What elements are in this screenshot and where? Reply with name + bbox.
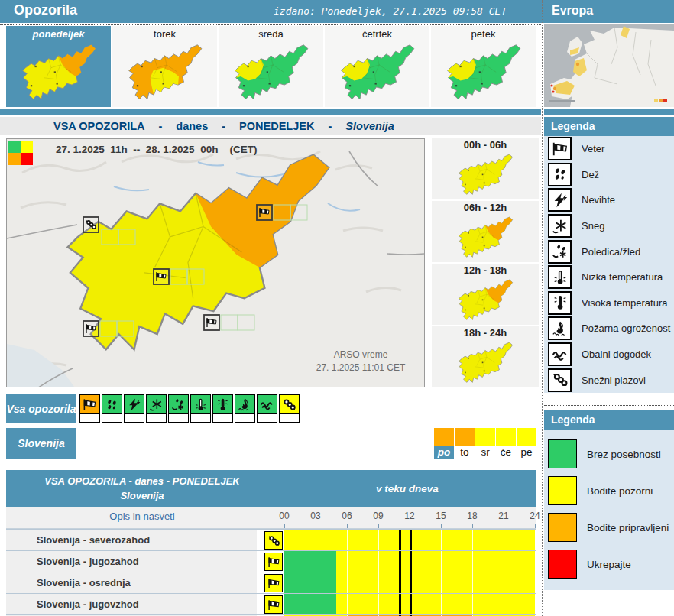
corner-legend-swatch [21,141,33,153]
hightemp-icon [548,291,572,315]
map-credit-line2: 27. 1.2025 11:01 CET [303,361,418,374]
wind-icon [264,553,283,571]
coast-icon [548,342,572,366]
corner-legend-swatch [8,141,21,153]
hour-label: 03 [307,511,324,521]
mini-day-tab-color [434,428,454,446]
wind-icon [80,395,99,414]
day-tab-sreda[interactable]: sreda [219,26,323,107]
filter-button-lowtemp[interactable] [190,394,211,423]
wind-icon [548,137,572,160]
time-panel-map [442,278,528,323]
warnings-table-title-line2: Slovenija [120,488,164,503]
color-legend-label: Bodite pozorni [587,485,653,497]
mini-day-tab-po[interactable]: po [434,428,454,459]
day-tab-label: četrtek [325,26,429,40]
gridline [441,572,442,593]
mini-day-tab-sr[interactable]: sr [475,428,495,459]
gridline [316,551,316,572]
legend-item-label: Veter [582,143,604,154]
gridline [316,530,316,550]
day-tab-četrtek[interactable]: četrtek [325,26,429,107]
legend-item-label: Požarna ogroženost [582,323,670,334]
hour-tick [441,524,442,528]
europe-warning-map[interactable] [544,24,674,107]
filter-button-aval[interactable] [279,394,300,423]
hour-label: 18 [464,511,481,521]
hour-tick [378,524,379,528]
legend-item-rain: Dež [544,162,674,188]
filter-button-wind[interactable] [79,394,100,423]
day-tab-petek[interactable]: petek [431,26,536,107]
current-time-marker [410,594,412,614]
europe-section-title: Evropa [552,4,593,18]
divider [544,405,674,406]
time-panel-06h-12h: 06h - 12h [432,201,539,262]
time-panel-label: 12h - 18h [432,264,539,276]
map-validity-text: 27. 1.2025 11h -- 28. 1.2025 00h (CET) [56,144,257,155]
day-tab-map [331,43,423,104]
region-row-label[interactable]: Slovenija - osrednja [6,572,257,593]
icon-legend-body: Veter Dež Nevihte Sneg Poledica/žled [544,136,674,393]
mini-day-tabs: po to sr če pe [434,428,536,459]
warning-segment [284,551,336,572]
region-row-label[interactable]: Slovenija - severozahod [6,530,257,550]
time-panel-00h-06h: 00h - 06h [432,138,539,199]
day-tab-map [437,43,530,104]
divider [0,24,541,25]
day-tab-ponedeljek[interactable]: ponedeljek [6,26,111,107]
region-row-label[interactable]: Slovenija - jugozahod [6,551,257,572]
gridline [378,572,379,593]
section-title-part: VSA OPOZORILA [53,120,145,132]
legend-item-label: Snežni plazovi [582,374,646,386]
warnings-table-rows: Slovenija - severozahod Slovenija - jugo… [6,529,536,616]
mini-day-tab-label: sr [475,446,495,459]
coast-icon [258,395,277,414]
map-warning-icon-wind [204,315,219,330]
mini-day-tab-label: po [434,446,454,459]
filter-button-rain[interactable] [102,394,122,423]
filter-button-ice[interactable] [168,394,189,423]
color-legend: Legenda Brez posebnosti Bodite pozorni B… [544,410,674,590]
map-warning-icon-aval [83,217,99,232]
icon-legend: Legenda Veter Dež Nevihte Sneg [544,117,674,393]
hour-label: 09 [370,511,387,521]
current-time-marker [399,594,401,614]
section-title-dash: - [222,120,225,132]
mini-day-tab-color [475,428,495,446]
aval-icon [280,395,299,414]
filter-button-fire[interactable] [235,394,255,423]
region-row-label[interactable]: Slovenija - jugovzhod [6,594,257,614]
filter-button-snow[interactable] [146,394,167,423]
gridline [347,572,348,593]
time-panel-label: 18h - 24h [432,326,539,339]
main-warning-map[interactable]: 27. 1.2025 11h -- 28. 1.2025 00h (CET) A… [6,138,425,387]
mini-day-tab-pe[interactable]: pe [517,428,536,459]
warnings-table-title: VSA OPOZORILA - danes - PONEDELJEK Slove… [6,470,278,507]
corner-legend-swatch [8,153,21,165]
color-legend-item: Ukrepajte [544,546,674,582]
mini-day-tab-če[interactable]: če [496,428,516,459]
section-title-part: PONEDELJEK [239,120,314,132]
ice-icon [169,395,188,414]
icon-legend-title: Legenda [544,117,674,136]
color-legend-body: Brez posebnosti Bodite pozorni Bodite pr… [544,430,674,590]
hour-label: 24 [527,511,543,521]
warnings-page: Opozorila izdano: Ponedeljek, 27.1.2025 … [0,0,674,616]
legend-item-label: Dež [582,169,599,180]
storm-icon [125,395,144,414]
filter-button-storm[interactable] [124,394,144,423]
mini-day-tab-to[interactable]: to [455,428,475,459]
filter-button-hightemp[interactable] [212,394,233,423]
hour-tick [347,524,348,528]
legend-item-coast: Obalni dogodek [544,342,674,368]
header-bar: Opozorila izdano: Ponedeljek, 27.1.2025 … [0,0,674,23]
day-tab-label: sreda [219,26,323,40]
day-tab-torek[interactable]: torek [112,26,217,107]
time-panel-map [442,153,528,198]
filter-button-coast[interactable] [257,394,277,423]
hour-tick [316,524,316,528]
gridline [472,530,473,550]
color-legend-item: Bodite pozorni [544,472,674,509]
lowtemp-icon [191,395,210,414]
